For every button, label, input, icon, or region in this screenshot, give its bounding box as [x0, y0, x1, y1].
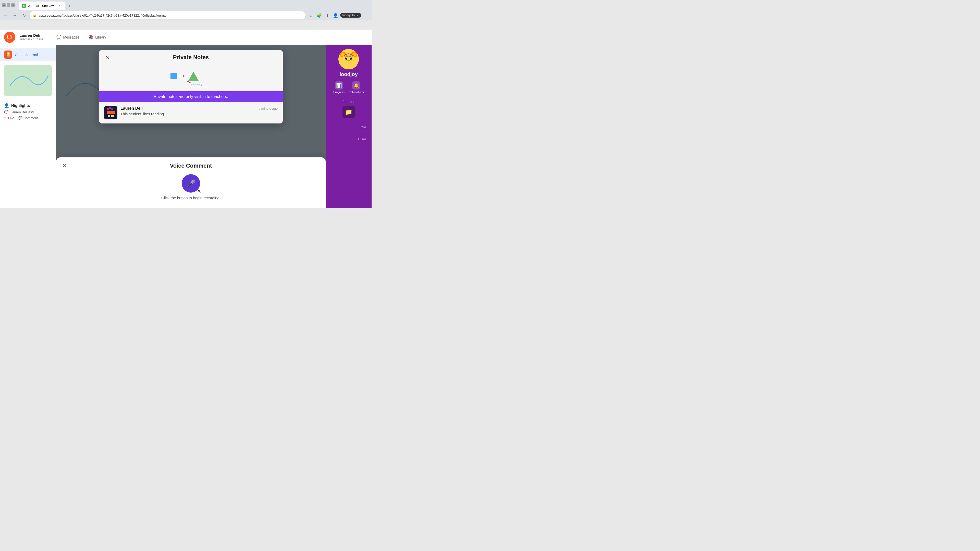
journal-panel-label: Journal: [343, 100, 355, 104]
svg-rect-11: [108, 115, 110, 118]
note-header-row: Lauren Deli a minute ago: [121, 106, 278, 111]
student-luises-item[interactable]: luises: [328, 135, 369, 143]
svg-point-21: [347, 60, 350, 62]
tab-title: Journal - Seesaw: [28, 4, 54, 8]
profile-button[interactable]: 👤: [332, 12, 339, 19]
private-banner: Private notes are only visible to teache…: [99, 91, 283, 102]
toolbar-icons: ☆ 🧩 ⬇ 👤 Incognito (2) ⋮: [307, 12, 369, 19]
user-info: Lauren Deli Teacher - 1 Class: [19, 33, 43, 41]
minimize-button[interactable]: —: [2, 3, 6, 7]
voice-comment-title: Voice Comment: [170, 162, 212, 169]
window-close-button[interactable]: ✕: [11, 3, 15, 7]
modal-title: Private Notes: [173, 54, 209, 61]
address-security-icon: 🔒: [33, 14, 37, 17]
library-tab[interactable]: 📚 Library: [84, 33, 110, 41]
forward-button[interactable]: →: [11, 12, 18, 19]
note-entry: Lauren Deli a minute ago This student li…: [99, 102, 283, 124]
heart-icon: ♡: [4, 116, 7, 120]
right-panel-nav: 📊 Progress 🔔 Notifications: [333, 81, 364, 94]
right-panel-avatar: [339, 49, 359, 69]
svg-rect-0: [170, 73, 177, 79]
notifications-icon: 🔔: [352, 81, 360, 89]
main-layout: 📔 Class Journal 👤 Highlights 💬: [0, 45, 372, 208]
modal-close-button[interactable]: ✕: [103, 53, 111, 62]
progress-label: Progress: [333, 91, 345, 94]
reload-button[interactable]: ↻: [21, 12, 27, 19]
microphone-icon: 🎤: [186, 179, 196, 188]
highlights-label: Highlights: [11, 103, 30, 108]
cursor-indicator: ↖: [198, 189, 201, 194]
comment-preview: Lauren Deli asd: [11, 110, 34, 114]
svg-rect-9: [111, 108, 113, 110]
tab-close-button[interactable]: ✕: [58, 3, 62, 8]
comment-icon: 💬: [4, 110, 8, 114]
modal-header: ✕ Private Notes: [99, 50, 283, 65]
sidebar: 📔 Class Journal 👤 Highlights 💬: [0, 45, 56, 208]
user-avatar: LD: [4, 32, 15, 43]
note-author-name: Lauren Deli: [121, 106, 143, 111]
person-icon: 👤: [4, 103, 9, 108]
tab-bar: S Journal - Seesaw ✕ +: [17, 0, 75, 10]
note-content: Lauren Deli a minute ago This student li…: [121, 106, 278, 116]
seesaw-header: LD Lauren Deli Teacher - 1 Class 💬 Messa…: [0, 30, 372, 45]
extensions-button[interactable]: 🧩: [316, 12, 323, 19]
class-journal-label: Class Journal: [15, 52, 38, 57]
address-url: app.seesaw.me/#/class/class.e01bf4c2-9a2…: [38, 14, 166, 17]
messages-icon: 💬: [56, 35, 62, 40]
right-panel: loodjoy 📊 Progress 🔔 Notifications Journ…: [326, 45, 372, 208]
voice-comment-modal: ✕ Voice Comment 🎤 ↖ Click the button to …: [56, 157, 326, 208]
library-icon: 📚: [89, 35, 94, 40]
svg-marker-2: [183, 75, 185, 77]
private-notes-modal: ✕ Private Notes: [99, 50, 283, 124]
app-container: LD Lauren Deli Teacher - 1 Class 💬 Messa…: [0, 30, 372, 208]
student-cris-item[interactable]: Cris: [328, 123, 369, 131]
note-author-avatar: [104, 106, 118, 119]
back-button[interactable]: ←: [2, 12, 9, 19]
voice-close-button[interactable]: ✕: [60, 162, 68, 170]
progress-nav-item[interactable]: 📊 Progress: [333, 81, 345, 94]
like-button[interactable]: ♡ Like: [4, 116, 14, 120]
voice-record-button[interactable]: 🎤 ↖: [182, 174, 200, 192]
svg-rect-8: [109, 107, 111, 109]
svg-marker-3: [188, 72, 199, 81]
user-role: Teacher - 1 Class: [19, 38, 43, 41]
bubble-icon: 💬: [18, 116, 22, 120]
messages-tab[interactable]: 💬 Messages: [52, 33, 83, 41]
content-area: ✕ Private Notes: [56, 45, 326, 208]
right-panel-name: loodjoy: [339, 71, 358, 77]
svg-rect-10: [107, 111, 115, 114]
bookmark-button[interactable]: ☆: [307, 12, 315, 19]
window-controls: — □ ✕: [2, 3, 15, 7]
sidebar-sketch-preview: [4, 65, 52, 96]
download-button[interactable]: ⬇: [324, 12, 331, 19]
shapes-illustration: shapes: [168, 68, 214, 88]
comment-button[interactable]: 💬 Comment: [18, 116, 38, 120]
browser-chrome: — □ ✕ S Journal - Seesaw ✕ + ← → ↻ 🔒 app…: [0, 0, 372, 21]
modal-image-area: shapes: [99, 65, 283, 91]
active-tab[interactable]: S Journal - Seesaw ✕: [19, 2, 65, 10]
journal-icon-button[interactable]: 📁: [342, 106, 355, 118]
progress-icon: 📊: [335, 81, 343, 89]
sidebar-item-class-journal[interactable]: 📔 Class Journal: [0, 48, 56, 61]
tab-favicon: S: [22, 3, 26, 8]
voice-hint-text: Click the button to begin recording!: [161, 196, 221, 200]
note-time: a minute ago: [259, 106, 278, 110]
svg-rect-12: [111, 115, 114, 118]
title-bar: — □ ✕ S Journal - Seesaw ✕ +: [0, 0, 372, 10]
address-bar[interactable]: 🔒 app.seesaw.me/#/class/class.e01bf4c2-9…: [30, 11, 305, 19]
header-tabs: 💬 Messages 📚 Library: [52, 33, 110, 41]
maximize-button[interactable]: □: [6, 3, 10, 7]
svg-text:shapes: shapes: [191, 83, 202, 87]
user-name: Lauren Deli: [19, 33, 43, 38]
new-tab-button[interactable]: +: [66, 3, 73, 10]
menu-button[interactable]: ⋮: [363, 12, 369, 19]
incognito-badge[interactable]: Incognito (2): [340, 13, 361, 17]
class-journal-icon: 📔: [4, 51, 12, 59]
svg-rect-7: [107, 108, 109, 110]
notifications-label: Notifications: [348, 91, 364, 94]
note-text: This student likes reading.: [121, 112, 278, 116]
address-bar-row: ← → ↻ 🔒 app.seesaw.me/#/class/class.e01b…: [0, 10, 372, 21]
notifications-nav-item[interactable]: 🔔 Notifications: [348, 81, 364, 94]
